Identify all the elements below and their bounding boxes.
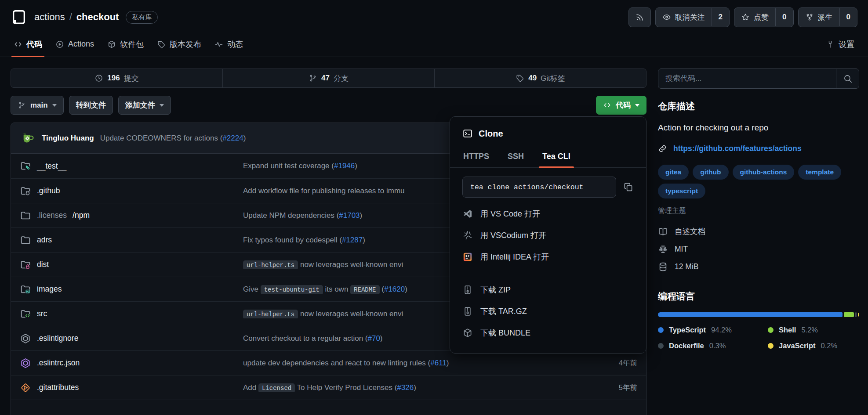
tab-settings[interactable]: 设置 xyxy=(819,32,861,57)
topic-pill[interactable]: template xyxy=(798,165,841,180)
star-icon xyxy=(741,13,750,22)
tab-activity[interactable]: 动态 xyxy=(208,32,250,57)
issue-link[interactable]: #1946 xyxy=(334,162,355,170)
issue-link[interactable]: #1703 xyxy=(339,211,360,220)
add-file-button[interactable]: 添加文件 xyxy=(118,96,171,115)
terminal-icon xyxy=(462,128,473,139)
language-legend-item[interactable]: Shell5.2% xyxy=(768,326,859,334)
issue-link[interactable]: #2224 xyxy=(222,134,243,142)
package-cube-icon xyxy=(107,40,116,49)
breadcrumb-separator: / xyxy=(69,11,72,23)
file-row xyxy=(11,400,646,415)
file-name-link[interactable]: __test__ xyxy=(37,162,66,171)
file-commit-message[interactable]: update dev dependencies and react to new… xyxy=(243,359,589,368)
settings-tab-label: 设置 xyxy=(839,39,854,50)
language-legend-item[interactable]: JavaScript0.2% xyxy=(768,342,859,350)
file-name-link[interactable]: adrs xyxy=(37,235,52,245)
fork-icon xyxy=(805,13,814,22)
goto-file-button[interactable]: 转到文件 xyxy=(69,96,113,115)
chevron-down-icon xyxy=(52,104,57,107)
issue-link[interactable]: #70 xyxy=(367,334,380,343)
commit-author-link[interactable]: Tingluo Huang xyxy=(42,134,94,143)
star-count[interactable]: 0 xyxy=(775,8,793,26)
commit-message[interactable]: Update CODEOWNERS for actions (#2224) xyxy=(100,134,246,143)
clone-tab-tea-cli[interactable]: Tea CLI xyxy=(541,148,571,167)
clone-menu-item[interactable]: 用 Intellij IDEA 打开 xyxy=(462,251,634,263)
repo-tabbar: 代码Actions软件包版本发布动态 设置 xyxy=(0,32,868,57)
file-commit-message[interactable]: Add Licensed To Help Verify Prod License… xyxy=(243,383,589,392)
clone-menu-item[interactable]: 下载 ZIP xyxy=(462,284,634,296)
clone-menu-item[interactable]: 下载 BUNDLE xyxy=(462,327,634,339)
repo-main-column: 196提交47分支49Git标签 main 转到文件 添加文件 代码 xyxy=(11,69,646,415)
issue-link[interactable]: #326 xyxy=(397,383,414,392)
breadcrumb-owner-link[interactable]: actions xyxy=(34,11,65,23)
branch-selector[interactable]: main xyxy=(11,96,64,115)
issue-link[interactable]: #1287 xyxy=(342,236,363,244)
file-row: .gitattributesAdd Licensed To Help Verif… xyxy=(11,375,646,400)
search-icon xyxy=(843,74,853,83)
chevron-down-icon xyxy=(160,104,164,107)
stat-branches[interactable]: 47分支 xyxy=(222,69,434,87)
language-legend-item[interactable]: TypeScript94.2% xyxy=(658,326,768,334)
issue-link[interactable]: #1620 xyxy=(384,285,405,293)
repo-stats-bar: 196提交47分支49Git标签 xyxy=(11,69,646,88)
topic-pill[interactable]: typescript xyxy=(658,184,705,198)
clone-tab-ssh[interactable]: SSH xyxy=(507,148,525,167)
file-name-link[interactable]: .github xyxy=(37,186,60,195)
language-color-dot xyxy=(658,327,664,333)
avatar[interactable] xyxy=(20,130,36,146)
file-name-link[interactable]: /npm xyxy=(73,211,90,220)
site-logo-icon[interactable] xyxy=(11,9,27,25)
meta-row[interactable]: 自述文档 xyxy=(658,226,859,237)
search-input[interactable] xyxy=(658,69,836,88)
clone-menu-item[interactable]: 下载 TAR.GZ xyxy=(462,306,634,317)
code-chip: url-helper.ts xyxy=(243,310,298,318)
clone-url-input[interactable] xyxy=(462,177,616,198)
website-row: https://github.com/features/actions xyxy=(658,144,859,153)
website-link[interactable]: https://github.com/features/actions xyxy=(673,144,802,153)
file-name-link[interactable]: images xyxy=(37,285,62,294)
folder-code-icon xyxy=(20,308,31,320)
stat-tags[interactable]: 49Git标签 xyxy=(434,69,646,87)
copy-icon[interactable] xyxy=(623,182,634,192)
clone-dropdown-panel: Clone HTTPSSSHTea CLI 用 VS Code 打开用 VSCo… xyxy=(450,116,646,354)
manage-topics-link[interactable]: 管理主题 xyxy=(658,206,859,216)
tab-packages[interactable]: 软件包 xyxy=(101,32,150,57)
fork-count[interactable]: 0 xyxy=(839,8,857,26)
clone-panel-header: Clone xyxy=(450,117,646,139)
language-legend-item[interactable]: Dockerfile0.3% xyxy=(658,342,768,350)
watch-button[interactable]: 取消关注 2 xyxy=(655,7,730,27)
git-attributes-icon xyxy=(20,382,31,393)
issue-link[interactable]: #611 xyxy=(430,359,447,367)
meta-row[interactable]: 12 MiB xyxy=(658,262,859,272)
file-name-link[interactable]: dist xyxy=(37,260,49,269)
topic-pill[interactable]: gitea xyxy=(658,165,689,180)
tab-code[interactable]: 代码 xyxy=(7,32,49,57)
rss-button[interactable] xyxy=(628,7,651,27)
search-button[interactable] xyxy=(836,69,859,88)
topic-pill[interactable]: github xyxy=(693,165,728,180)
topic-pill[interactable]: github-actions xyxy=(733,165,795,180)
file-name-link[interactable]: src xyxy=(37,309,47,318)
file-name-link[interactable]: .licenses xyxy=(37,211,67,220)
meta-row[interactable]: MIT xyxy=(658,244,859,254)
language-bar[interactable] xyxy=(658,312,859,317)
code-download-button[interactable]: 代码 xyxy=(596,96,646,115)
language-legend: TypeScript94.2%Shell5.2%Dockerfile0.3%Ja… xyxy=(658,326,859,350)
clone-menu-item[interactable]: 用 VS Code 打开 xyxy=(462,208,634,220)
clone-protocol-tabs: HTTPSSSHTea CLI xyxy=(450,148,646,168)
intellij-icon xyxy=(462,252,473,262)
stat-commits[interactable]: 196提交 xyxy=(11,69,222,87)
file-name-link[interactable]: .eslintrc.json xyxy=(37,358,80,368)
clone-tab-https[interactable]: HTTPS xyxy=(462,148,490,167)
breadcrumb-repo-link[interactable]: checkout xyxy=(76,11,119,23)
star-button[interactable]: 点赞 0 xyxy=(734,7,793,27)
branch-name: main xyxy=(30,101,48,110)
tab-actions[interactable]: Actions xyxy=(49,32,101,57)
file-name-link[interactable]: .eslintignore xyxy=(37,334,78,343)
fork-button[interactable]: 派生 0 xyxy=(798,7,857,27)
tab-releases[interactable]: 版本发布 xyxy=(150,32,208,57)
file-name-link[interactable]: .gitattributes xyxy=(37,383,79,392)
watch-count[interactable]: 2 xyxy=(712,8,729,26)
clone-menu-item[interactable]: 用 VSCodium 打开 xyxy=(462,230,634,241)
